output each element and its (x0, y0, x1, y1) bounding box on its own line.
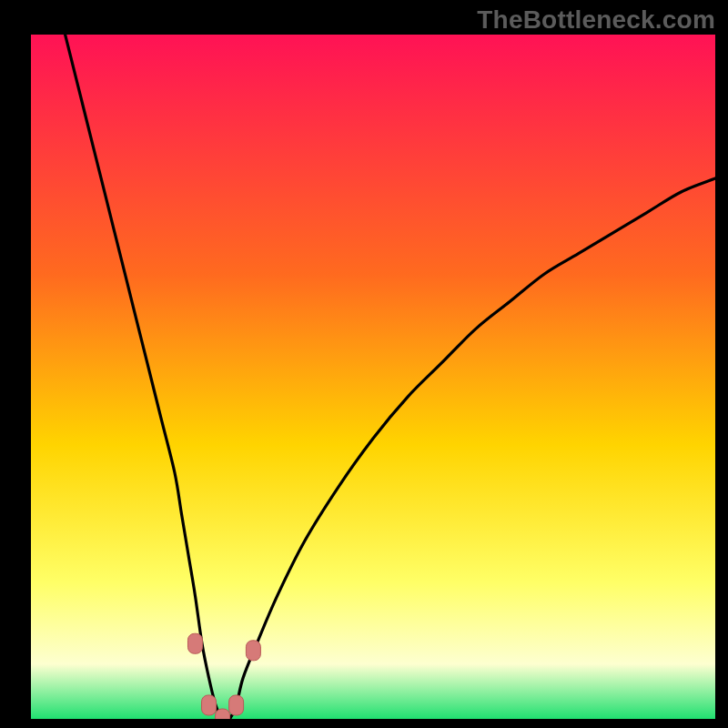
bottleneck-plot (31, 35, 715, 719)
curve-marker (246, 641, 260, 661)
curve-marker (202, 695, 217, 715)
chart-frame: TheBottleneck.com (0, 0, 728, 728)
watermark-text: TheBottleneck.com (477, 5, 715, 35)
plot-background (31, 35, 715, 719)
curve-marker (229, 695, 244, 715)
curve-marker (187, 633, 202, 653)
curve-marker (216, 709, 230, 719)
